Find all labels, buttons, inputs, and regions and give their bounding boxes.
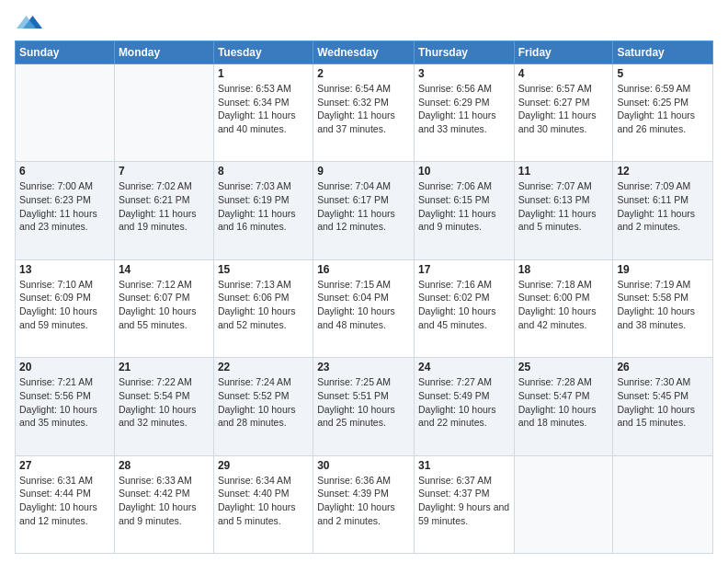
day-cell: 21Sunrise: 7:22 AMSunset: 5:54 PMDayligh… — [114, 358, 213, 455]
day-cell: 7Sunrise: 7:02 AMSunset: 6:21 PMDaylight… — [114, 162, 213, 259]
day-number: 4 — [518, 67, 609, 80]
day-number: 3 — [418, 67, 510, 80]
day-cell: 19Sunrise: 7:19 AMSunset: 5:58 PMDayligh… — [613, 259, 713, 357]
day-info: Sunrise: 7:10 AMSunset: 6:09 PMDaylight:… — [19, 278, 110, 332]
day-cell: 30Sunrise: 6:36 AMSunset: 4:39 PMDayligh… — [313, 455, 415, 553]
day-cell — [16, 64, 115, 162]
day-info: Sunrise: 6:33 AMSunset: 4:42 PMDaylight:… — [119, 474, 210, 528]
day-info: Sunrise: 7:19 AMSunset: 5:58 PMDaylight:… — [617, 278, 709, 332]
day-number: 17 — [418, 263, 510, 276]
day-number: 2 — [317, 67, 410, 80]
day-info: Sunrise: 6:37 AMSunset: 4:37 PMDaylight:… — [418, 474, 510, 528]
day-number: 14 — [119, 263, 210, 276]
day-info: Sunrise: 6:34 AMSunset: 4:40 PMDaylight:… — [218, 474, 309, 528]
day-number: 16 — [317, 263, 410, 276]
day-info: Sunrise: 7:18 AMSunset: 6:00 PMDaylight:… — [518, 278, 609, 332]
day-cell: 31Sunrise: 6:37 AMSunset: 4:37 PMDayligh… — [414, 455, 514, 553]
day-cell: 16Sunrise: 7:15 AMSunset: 6:04 PMDayligh… — [313, 259, 415, 357]
day-info: Sunrise: 6:54 AMSunset: 6:32 PMDaylight:… — [317, 82, 410, 136]
day-info: Sunrise: 6:56 AMSunset: 6:29 PMDaylight:… — [418, 82, 510, 136]
day-number: 6 — [19, 165, 110, 178]
day-number: 8 — [218, 165, 309, 178]
day-number: 26 — [617, 361, 709, 373]
day-info: Sunrise: 7:06 AMSunset: 6:15 PMDaylight:… — [418, 179, 510, 234]
day-cell — [514, 455, 613, 553]
day-cell: 1Sunrise: 6:53 AMSunset: 6:34 PMDaylight… — [213, 64, 313, 162]
day-number: 15 — [218, 263, 309, 276]
day-info: Sunrise: 7:27 AMSunset: 5:49 PMDaylight:… — [418, 375, 510, 430]
page: SundayMondayTuesdayWednesdayThursdayFrid… — [0, 0, 728, 563]
day-cell: 23Sunrise: 7:25 AMSunset: 5:51 PMDayligh… — [313, 358, 415, 455]
day-number: 11 — [518, 165, 609, 178]
day-number: 27 — [19, 459, 110, 472]
day-cell: 25Sunrise: 7:28 AMSunset: 5:47 PMDayligh… — [514, 358, 613, 455]
day-cell: 12Sunrise: 7:09 AMSunset: 6:11 PMDayligh… — [613, 162, 713, 259]
weekday-header-monday: Monday — [114, 41, 213, 64]
day-info: Sunrise: 6:36 AMSunset: 4:39 PMDaylight:… — [317, 474, 410, 528]
day-number: 25 — [518, 361, 609, 373]
day-number: 24 — [418, 361, 510, 373]
day-number: 9 — [317, 165, 410, 178]
day-cell: 14Sunrise: 7:12 AMSunset: 6:07 PMDayligh… — [114, 259, 213, 357]
week-row-5: 27Sunrise: 6:31 AMSunset: 4:44 PMDayligh… — [16, 455, 713, 553]
day-number: 30 — [317, 459, 410, 472]
day-cell: 9Sunrise: 7:04 AMSunset: 6:17 PMDaylight… — [313, 162, 415, 259]
day-cell: 4Sunrise: 6:57 AMSunset: 6:27 PMDaylight… — [514, 64, 613, 162]
day-cell: 29Sunrise: 6:34 AMSunset: 4:40 PMDayligh… — [213, 455, 313, 553]
day-number: 28 — [119, 459, 210, 472]
header — [15, 9, 713, 35]
day-cell: 28Sunrise: 6:33 AMSunset: 4:42 PMDayligh… — [114, 455, 213, 553]
weekday-header-tuesday: Tuesday — [213, 41, 313, 64]
day-info: Sunrise: 7:16 AMSunset: 6:02 PMDaylight:… — [418, 278, 510, 332]
day-cell: 10Sunrise: 7:06 AMSunset: 6:15 PMDayligh… — [414, 162, 514, 259]
day-cell — [613, 455, 713, 553]
day-info: Sunrise: 7:21 AMSunset: 5:56 PMDaylight:… — [19, 375, 110, 430]
day-number: 21 — [119, 361, 210, 373]
day-number: 19 — [617, 263, 709, 276]
day-cell: 11Sunrise: 7:07 AMSunset: 6:13 PMDayligh… — [514, 162, 613, 259]
logo-icon — [17, 9, 42, 35]
week-row-2: 6Sunrise: 7:00 AMSunset: 6:23 PMDaylight… — [16, 162, 713, 259]
day-cell: 18Sunrise: 7:18 AMSunset: 6:00 PMDayligh… — [514, 259, 613, 357]
weekday-header-thursday: Thursday — [414, 41, 514, 64]
day-number: 29 — [218, 459, 309, 472]
day-cell: 5Sunrise: 6:59 AMSunset: 6:25 PMDaylight… — [613, 64, 713, 162]
day-info: Sunrise: 7:00 AMSunset: 6:23 PMDaylight:… — [19, 179, 110, 234]
day-cell: 2Sunrise: 6:54 AMSunset: 6:32 PMDaylight… — [313, 64, 415, 162]
day-number: 1 — [218, 67, 309, 80]
day-cell: 13Sunrise: 7:10 AMSunset: 6:09 PMDayligh… — [16, 259, 115, 357]
day-cell: 26Sunrise: 7:30 AMSunset: 5:45 PMDayligh… — [613, 358, 713, 455]
week-row-1: 1Sunrise: 6:53 AMSunset: 6:34 PMDaylight… — [16, 64, 713, 162]
day-cell: 3Sunrise: 6:56 AMSunset: 6:29 PMDaylight… — [414, 64, 514, 162]
day-number: 5 — [617, 67, 709, 80]
day-number: 13 — [19, 263, 110, 276]
weekday-header-row: SundayMondayTuesdayWednesdayThursdayFrid… — [16, 41, 713, 64]
day-info: Sunrise: 7:15 AMSunset: 6:04 PMDaylight:… — [317, 278, 410, 332]
day-number: 23 — [317, 361, 410, 373]
day-cell: 6Sunrise: 7:00 AMSunset: 6:23 PMDaylight… — [16, 162, 115, 259]
day-cell: 24Sunrise: 7:27 AMSunset: 5:49 PMDayligh… — [414, 358, 514, 455]
weekday-header-saturday: Saturday — [613, 41, 713, 64]
day-info: Sunrise: 7:04 AMSunset: 6:17 PMDaylight:… — [317, 179, 410, 234]
day-number: 22 — [218, 361, 309, 373]
day-info: Sunrise: 7:30 AMSunset: 5:45 PMDaylight:… — [617, 375, 709, 430]
day-info: Sunrise: 7:22 AMSunset: 5:54 PMDaylight:… — [119, 375, 210, 430]
day-number: 31 — [418, 459, 510, 472]
day-info: Sunrise: 6:57 AMSunset: 6:27 PMDaylight:… — [518, 82, 609, 136]
day-info: Sunrise: 7:07 AMSunset: 6:13 PMDaylight:… — [518, 179, 609, 234]
weekday-header-sunday: Sunday — [16, 41, 115, 64]
weekday-header-wednesday: Wednesday — [313, 41, 415, 64]
day-info: Sunrise: 7:25 AMSunset: 5:51 PMDaylight:… — [317, 375, 410, 430]
day-info: Sunrise: 7:24 AMSunset: 5:52 PMDaylight:… — [218, 375, 309, 430]
logo — [15, 9, 42, 35]
day-info: Sunrise: 7:12 AMSunset: 6:07 PMDaylight:… — [119, 278, 210, 332]
weekday-header-friday: Friday — [514, 41, 613, 64]
calendar-table: SundayMondayTuesdayWednesdayThursdayFrid… — [15, 40, 713, 554]
day-info: Sunrise: 7:03 AMSunset: 6:19 PMDaylight:… — [218, 179, 309, 234]
day-cell: 8Sunrise: 7:03 AMSunset: 6:19 PMDaylight… — [213, 162, 313, 259]
day-number: 7 — [119, 165, 210, 178]
day-number: 10 — [418, 165, 510, 178]
day-info: Sunrise: 6:31 AMSunset: 4:44 PMDaylight:… — [19, 474, 110, 528]
day-cell: 27Sunrise: 6:31 AMSunset: 4:44 PMDayligh… — [16, 455, 115, 553]
week-row-3: 13Sunrise: 7:10 AMSunset: 6:09 PMDayligh… — [16, 259, 713, 357]
